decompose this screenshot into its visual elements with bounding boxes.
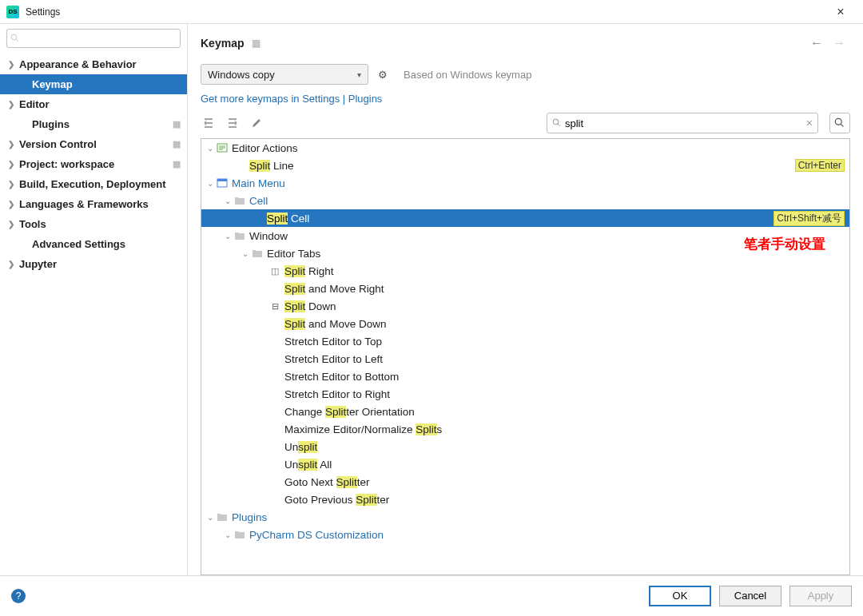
nav-back-button[interactable]: ←: [805, 36, 828, 50]
tree-row[interactable]: ⌄Main Menu: [201, 174, 849, 192]
keymap-settings-gear-icon[interactable]: ⚙: [378, 69, 388, 81]
sidebar-item-tools[interactable]: ❯Tools: [0, 214, 187, 234]
settings-gear-icon: ▦: [173, 159, 181, 169]
split-right-icon: [268, 264, 281, 277]
ok-button[interactable]: OK: [649, 586, 711, 606]
tree-row[interactable]: ⌄Editor Tabs: [201, 244, 849, 262]
cancel-button[interactable]: Cancel: [719, 586, 781, 606]
clear-filter-icon[interactable]: ×: [806, 117, 813, 129]
tree-row[interactable]: Stretch Editor to Left: [201, 350, 849, 368]
sidebar: ❯Appearance & BehaviorKeymap❯EditorPlugi…: [0, 24, 188, 575]
collapse-all-button[interactable]: [225, 115, 241, 131]
collapse-icon[interactable]: ⌄: [205, 144, 216, 153]
search-icon: [834, 117, 845, 129]
tree-label: Window: [249, 230, 845, 242]
keymap-select[interactable]: Windows copy ▾: [201, 64, 368, 85]
sidebar-search[interactable]: [6, 29, 181, 48]
folder-icon: [233, 194, 246, 207]
sidebar-item-jupyter[interactable]: ❯Jupyter: [0, 254, 187, 274]
sidebar-item-editor[interactable]: ❯Editor: [0, 94, 187, 114]
collapse-icon[interactable]: ⌄: [205, 179, 216, 188]
shortcut-badge: Ctrl+Shift+减号: [774, 211, 845, 226]
tree-label: Maximize Editor/Normalize Splits: [284, 423, 845, 435]
sidebar-item-advanced-settings[interactable]: Advanced Settings: [0, 234, 187, 254]
tree-row[interactable]: ⌄Plugins: [201, 508, 849, 526]
tree-row[interactable]: Change Splitter Orientation: [201, 403, 849, 420]
tree-row[interactable]: Split Down: [201, 297, 849, 315]
tree-label: Stretch Editor to Left: [284, 353, 845, 365]
svg-point-0: [11, 34, 17, 40]
tree-label: Unsplit All: [284, 459, 845, 471]
tree-row[interactable]: ⌄PyCharm DS Customization: [201, 526, 849, 543]
close-button[interactable]: ×: [825, 5, 857, 19]
collapse-icon[interactable]: ⌄: [240, 249, 251, 258]
page-title: Keymap: [201, 37, 244, 50]
expand-icon: ❯: [8, 260, 19, 268]
tree-row[interactable]: Split LineCtrl+Enter: [201, 157, 849, 174]
expand-icon: ❯: [8, 60, 19, 69]
nav-forward-button[interactable]: →: [828, 36, 850, 50]
edit-shortcut-button[interactable]: [249, 115, 264, 131]
action-filter-input[interactable]: [565, 117, 806, 129]
sidebar-item-languages-frameworks[interactable]: ❯Languages & Frameworks: [0, 194, 187, 214]
folder-icon: [233, 229, 246, 242]
svg-point-2: [553, 119, 559, 125]
tree-row[interactable]: Stretch Editor to Top: [201, 332, 849, 350]
tree-label: Editor Tabs: [267, 248, 845, 260]
tree-row[interactable]: Split and Move Right: [201, 280, 849, 297]
sidebar-item-build-execution-deployment[interactable]: ❯Build, Execution, Deployment: [0, 174, 187, 194]
collapse-icon[interactable]: ⌄: [222, 197, 233, 205]
sidebar-search-input[interactable]: [23, 33, 177, 44]
tree-label: Cell: [249, 195, 845, 207]
action-filter-box[interactable]: ×: [547, 113, 818, 133]
sidebar-item-project-workspace[interactable]: ❯Project: workspace▦: [0, 154, 187, 174]
tree-label: Split and Move Right: [284, 283, 845, 295]
expand-all-button[interactable]: [201, 115, 217, 131]
tree-label: Stretch Editor to Top: [284, 336, 845, 348]
tree-label: Change Splitter Orientation: [284, 406, 845, 418]
find-by-shortcut-button[interactable]: [829, 113, 850, 133]
folder-icon: [216, 511, 229, 523]
tree-row[interactable]: Split and Move Down: [201, 315, 849, 332]
svg-line-1: [16, 39, 18, 42]
apply-button[interactable]: Apply: [789, 586, 852, 606]
tree-row[interactable]: Stretch Editor to Bottom: [201, 368, 849, 385]
sidebar-item-appearance-behavior[interactable]: ❯Appearance & Behavior: [0, 54, 187, 74]
main-menu-icon: [216, 177, 229, 189]
search-icon: [10, 34, 20, 43]
tree-row[interactable]: Split Right: [201, 262, 849, 280]
collapse-icon[interactable]: ⌄: [222, 232, 233, 240]
keymap-tree[interactable]: ⌄Editor ActionsSplit LineCtrl+Enter⌄Main…: [201, 138, 850, 575]
get-more-keymaps-link[interactable]: Get more keymaps in Settings | Plugins: [188, 88, 863, 113]
tree-label: Goto Previous Splitter: [284, 494, 845, 506]
tree-row[interactable]: Goto Previous Splitter: [201, 491, 849, 508]
split-down-icon: [268, 300, 281, 312]
tree-label: Split Line: [249, 160, 795, 172]
tree-row[interactable]: Unsplit: [201, 438, 849, 455]
settings-gear-icon: ▦: [173, 119, 181, 129]
settings-gear-icon: ▦: [173, 139, 181, 149]
tree-row[interactable]: Unsplit All: [201, 455, 849, 473]
svg-point-4: [835, 118, 841, 125]
tree-row[interactable]: Maximize Editor/Normalize Splits: [201, 420, 849, 438]
tree-row[interactable]: ⌄Window: [201, 227, 849, 244]
tree-row[interactable]: Split CellCtrl+Shift+减号: [201, 209, 849, 227]
breadcrumb-bar: Keymap ▦ ← →: [188, 27, 863, 59]
tree-label: Split Right: [284, 265, 845, 277]
tree-row[interactable]: Goto Next Splitter: [201, 473, 849, 491]
sidebar-item-version-control[interactable]: ❯Version Control▦: [0, 134, 187, 154]
expand-icon: ❯: [8, 180, 19, 189]
sidebar-item-keymap[interactable]: Keymap: [0, 74, 187, 94]
tree-row[interactable]: ⌄Editor Actions: [201, 139, 849, 157]
sidebar-item-plugins[interactable]: Plugins▦: [0, 114, 187, 134]
help-button[interactable]: ?: [11, 589, 26, 603]
expand-icon: ❯: [8, 160, 19, 169]
tree-row[interactable]: Stretch Editor to Right: [201, 385, 849, 403]
tree-label: Unsplit: [284, 441, 845, 453]
folder-icon: [251, 247, 264, 260]
keymap-select-value: Windows copy: [208, 69, 275, 81]
tree-label: Split Down: [284, 300, 845, 312]
tree-row[interactable]: ⌄Cell: [201, 192, 849, 209]
collapse-icon[interactable]: ⌄: [222, 531, 233, 539]
collapse-icon[interactable]: ⌄: [205, 513, 216, 522]
